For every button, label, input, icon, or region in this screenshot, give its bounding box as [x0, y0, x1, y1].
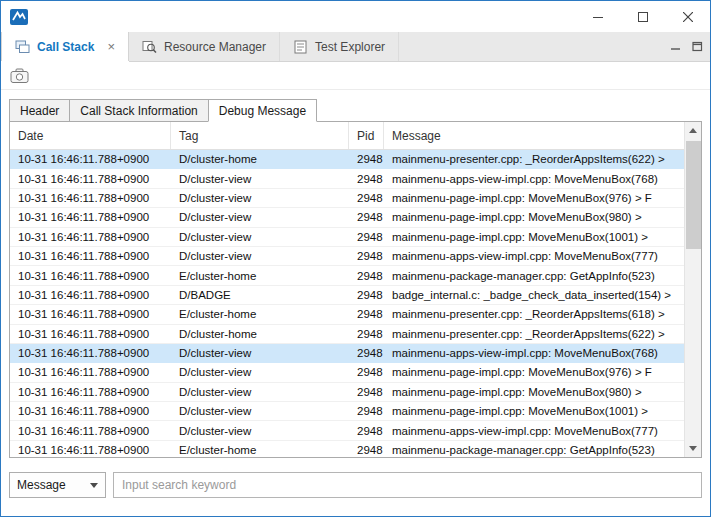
table-row[interactable]: 10-31 16:46:11.788+0900 D/BADGE 2948 bad… [10, 286, 684, 305]
column-header-date[interactable]: Date [10, 122, 171, 149]
table-row[interactable]: 10-31 16:46:11.788+0900 D/cluster-view 2… [10, 208, 684, 227]
tab-label: Call Stack [37, 40, 94, 54]
table-body: 10-31 16:46:11.788+0900 D/cluster-home 2… [10, 150, 684, 457]
call-stack-icon [15, 40, 30, 54]
table-header: Date Tag Pid Message [10, 122, 684, 150]
scroll-up-button[interactable] [685, 122, 701, 139]
cell-date: 10-31 16:46:11.788+0900 [10, 270, 171, 282]
cell-message: mainmenu-page-impl.cpp: MoveMenuBox(980)… [384, 386, 684, 398]
cell-message: mainmenu-apps-view-impl.cpp: MoveMenuBox… [384, 347, 684, 359]
table-row[interactable]: 10-31 16:46:11.788+0900 E/cluster-home 2… [10, 266, 684, 285]
close-icon[interactable]: × [107, 40, 115, 53]
subtab-header[interactable]: Header [9, 99, 70, 122]
scrollbar-thumb[interactable] [686, 141, 701, 249]
table-main: Date Tag Pid Message 10-31 16:46:11.788+… [10, 122, 684, 457]
cell-pid: 2948 [349, 153, 384, 165]
table-row[interactable]: 10-31 16:46:11.788+0900 D/cluster-view 2… [10, 402, 684, 421]
window-minimize-icon [593, 12, 603, 22]
scroll-up-icon [689, 128, 697, 133]
tab-resource-manager[interactable]: Resource Manager [129, 32, 280, 61]
table-row[interactable]: 10-31 16:46:11.788+0900 D/cluster-view 2… [10, 228, 684, 247]
tab-call-stack[interactable]: Call Stack × [1, 32, 129, 61]
cell-tag: E/cluster-home [171, 270, 349, 282]
minimize-panel-icon [670, 41, 681, 52]
window-minimize-button[interactable] [575, 1, 620, 32]
message-filter-dropdown[interactable]: Message [9, 472, 106, 498]
cell-date: 10-31 16:46:11.788+0900 [10, 405, 171, 417]
toolbar [1, 62, 710, 90]
search-input[interactable] [113, 472, 702, 498]
table-row[interactable]: 10-31 16:46:11.788+0900 D/cluster-view 2… [10, 169, 684, 188]
cell-date: 10-31 16:46:11.788+0900 [10, 347, 171, 359]
scroll-down-button[interactable] [685, 440, 701, 457]
cell-message: mainmenu-apps-view-impl.cpp: MoveMenuBox… [384, 250, 684, 262]
cell-pid: 2948 [349, 366, 384, 378]
subtab-label: Debug Message [219, 104, 306, 118]
cell-tag: D/cluster-home [171, 153, 349, 165]
cell-tag: E/cluster-home [171, 444, 349, 456]
cell-pid: 2948 [349, 444, 384, 456]
cell-message: mainmenu-page-impl.cpp: MoveMenuBox(976)… [384, 192, 684, 204]
column-header-message[interactable]: Message [384, 122, 684, 149]
column-header-pid[interactable]: Pid [349, 122, 384, 149]
window-close-button[interactable] [665, 1, 710, 32]
cell-date: 10-31 16:46:11.788+0900 [10, 173, 171, 185]
cell-pid: 2948 [349, 192, 384, 204]
test-explorer-icon [293, 40, 308, 54]
table-row[interactable]: 10-31 16:46:11.788+0900 D/cluster-view 2… [10, 383, 684, 402]
subtab-debug-message[interactable]: Debug Message [208, 99, 317, 122]
cell-tag: D/cluster-view [171, 173, 349, 185]
cell-tag: D/BADGE [171, 289, 349, 301]
cell-date: 10-31 16:46:11.788+0900 [10, 231, 171, 243]
cell-date: 10-31 16:46:11.788+0900 [10, 153, 171, 165]
cell-pid: 2948 [349, 328, 384, 340]
table-row[interactable]: 10-31 16:46:11.788+0900 D/cluster-view 2… [10, 421, 684, 440]
cell-message: badge_internal.c: _badge_check_data_inse… [384, 289, 684, 301]
app-icon [9, 7, 29, 27]
filter-selected-value: Message [17, 478, 90, 492]
cell-tag: D/cluster-home [171, 328, 349, 340]
table-row[interactable]: 10-31 16:46:11.788+0900 D/cluster-view 2… [10, 344, 684, 363]
minimize-panel-button[interactable] [666, 32, 684, 61]
cell-pid: 2948 [349, 425, 384, 437]
cell-tag: E/cluster-home [171, 308, 349, 320]
vertical-scrollbar[interactable] [684, 122, 701, 457]
main-tabstrip: Call Stack × Resource Manager [1, 32, 710, 62]
window-maximize-button[interactable] [620, 1, 665, 32]
cell-date: 10-31 16:46:11.788+0900 [10, 211, 171, 223]
subtabs: Header Call Stack Information Debug Mess… [9, 99, 702, 122]
capture-icon[interactable] [10, 68, 29, 84]
table-row[interactable]: 10-31 16:46:11.788+0900 E/cluster-home 2… [10, 441, 684, 457]
search-bar: Message [9, 472, 702, 498]
cell-tag: D/cluster-view [171, 192, 349, 204]
subtab-label: Call Stack Information [80, 104, 197, 118]
table-row[interactable]: 10-31 16:46:11.788+0900 E/cluster-home 2… [10, 305, 684, 324]
tab-test-explorer[interactable]: Test Explorer [280, 32, 399, 61]
table-row[interactable]: 10-31 16:46:11.788+0900 D/cluster-home 2… [10, 150, 684, 169]
tab-label: Test Explorer [315, 40, 385, 54]
chevron-down-icon [90, 483, 98, 488]
cell-message: mainmenu-package-manager.cpp: GetAppInfo… [384, 444, 684, 456]
cell-pid: 2948 [349, 231, 384, 243]
table-row[interactable]: 10-31 16:46:11.788+0900 D/cluster-view 2… [10, 189, 684, 208]
cell-tag: D/cluster-view [171, 211, 349, 223]
cell-message: mainmenu-page-impl.cpp: MoveMenuBox(980)… [384, 211, 684, 223]
subtab-call-stack-information[interactable]: Call Stack Information [69, 99, 208, 122]
cell-tag: D/cluster-view [171, 386, 349, 398]
maximize-panel-icon [692, 41, 703, 52]
cell-message: mainmenu-presenter.cpp: _ReorderAppsItem… [384, 328, 684, 340]
window-close-icon [683, 12, 693, 22]
scroll-down-icon [689, 446, 697, 451]
resource-manager-icon [142, 40, 157, 54]
window-maximize-icon [638, 12, 648, 22]
maximize-panel-button[interactable] [688, 32, 706, 61]
cell-pid: 2948 [349, 347, 384, 359]
tab-label: Resource Manager [164, 40, 266, 54]
table-row[interactable]: 10-31 16:46:11.788+0900 D/cluster-view 2… [10, 363, 684, 382]
table-row[interactable]: 10-31 16:46:11.788+0900 D/cluster-view 2… [10, 247, 684, 266]
column-header-tag[interactable]: Tag [171, 122, 349, 149]
table-row[interactable]: 10-31 16:46:11.788+0900 D/cluster-home 2… [10, 325, 684, 344]
cell-date: 10-31 16:46:11.788+0900 [10, 192, 171, 204]
cell-date: 10-31 16:46:11.788+0900 [10, 366, 171, 378]
cell-message: mainmenu-page-impl.cpp: MoveMenuBox(1001… [384, 231, 684, 243]
